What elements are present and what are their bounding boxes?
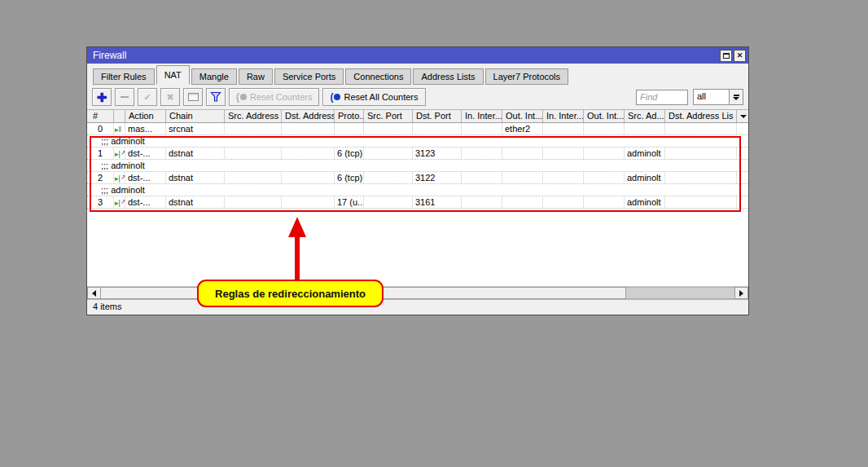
column-header[interactable]: Action <box>125 110 166 122</box>
table-cell: 17 (u... <box>335 196 364 208</box>
reset-all-counters-button[interactable]: ( Reset All Counters <box>322 88 425 106</box>
table-cell <box>462 172 502 183</box>
titlebar[interactable]: Firewall ✕ <box>87 47 748 64</box>
column-header[interactable]: Out. Int... <box>584 110 625 122</box>
table-cell: adminolt <box>625 148 665 159</box>
tab-nat[interactable]: NAT <box>156 65 190 85</box>
table-cell: dstnat <box>166 172 225 183</box>
dst-nat-icon: ▸|↗ <box>114 172 125 183</box>
nat-table-body: 0▸‖mas...srcnatether2;;; adminolt1▸|↗dst… <box>87 123 748 286</box>
table-cell: 3161 <box>413 196 462 208</box>
table-cell <box>462 196 502 208</box>
tab-service-ports[interactable]: Service Ports <box>274 68 344 85</box>
reset-all-icon: ( <box>330 91 340 103</box>
table-cell: srcnat <box>166 123 225 134</box>
column-header[interactable]: In. Inter... <box>462 110 502 122</box>
nat-comment-row[interactable]: ;;; adminolt <box>87 135 748 148</box>
close-button[interactable]: ✕ <box>734 50 746 62</box>
column-header[interactable]: # <box>87 110 114 122</box>
reset-icon: ( <box>236 91 247 103</box>
table-cell <box>335 123 364 134</box>
table-cell <box>543 148 584 159</box>
maximize-button[interactable] <box>720 50 732 62</box>
dropdown-bar-icon <box>734 95 739 96</box>
table-cell <box>584 148 625 159</box>
masquerade-icon: ▸‖ <box>114 123 125 134</box>
table-cell <box>584 123 625 134</box>
enable-button[interactable]: ✔ <box>138 88 157 106</box>
tab-mangle[interactable]: Mangle <box>191 68 237 85</box>
horizontal-scrollbar[interactable] <box>87 286 748 299</box>
reset-counters-label: Reset Counters <box>250 92 312 102</box>
remove-button[interactable] <box>115 88 134 106</box>
nat-comment-row[interactable]: ;;; adminolt <box>87 184 748 196</box>
table-cell <box>225 172 282 183</box>
column-header[interactable]: Out. Int... <box>502 110 543 122</box>
column-header[interactable]: Dst. Port <box>413 110 462 122</box>
table-cell: 6 (tcp) <box>335 172 364 183</box>
comment-icon <box>188 93 199 101</box>
column-header[interactable]: Src. Port <box>364 110 413 122</box>
column-header[interactable]: Dst. Address <box>282 110 335 122</box>
table-cell: 3122 <box>413 172 462 183</box>
dropdown-button[interactable] <box>730 89 743 105</box>
tab-address-lists[interactable]: Address Lists <box>413 68 483 85</box>
nat-rule-row[interactable]: 3▸|↗dst-...dstnat17 (u...3161adminolt <box>87 196 748 209</box>
scroll-right-icon <box>739 290 743 297</box>
filter-dropdown[interactable]: all <box>693 89 743 105</box>
reset-counters-button[interactable]: ( Reset Counters <box>229 88 319 106</box>
nat-rule-row[interactable]: 1▸|↗dst-...dstnat6 (tcp)3123adminolt <box>87 148 748 160</box>
table-cell <box>462 123 502 134</box>
nat-rule-row[interactable]: 0▸‖mas...srcnatether2 <box>87 123 748 135</box>
column-header[interactable]: Src. Address <box>225 110 282 122</box>
table-cell <box>665 196 737 208</box>
table-cell <box>282 196 335 208</box>
dst-nat-icon: ▸|↗ <box>114 196 125 208</box>
table-cell <box>225 196 282 208</box>
add-button[interactable]: ✚ <box>92 88 112 106</box>
table-cell: dst-... <box>125 148 166 159</box>
column-header[interactable]: Src. Ad... <box>625 110 665 122</box>
maximize-icon <box>723 53 730 59</box>
table-cell <box>364 123 413 134</box>
table-cell <box>364 196 413 208</box>
filter-button[interactable] <box>206 88 226 106</box>
firewall-window: Firewall ✕ Filter Rules NAT Mangle Raw S… <box>86 46 749 315</box>
column-header[interactable]: In. Inter... <box>543 110 584 122</box>
reset-all-counters-label: Reset All Counters <box>344 92 418 102</box>
table-cell <box>282 123 335 134</box>
scroll-left-button[interactable] <box>87 287 101 299</box>
column-header[interactable]: Dst. Address Lis <box>665 110 737 122</box>
column-header[interactable]: Proto... <box>335 110 364 122</box>
table-cell: dst-... <box>125 172 166 183</box>
table-cell: dstnat <box>166 148 225 159</box>
table-cell <box>502 148 543 159</box>
table-cell: dst-... <box>125 196 166 208</box>
comment-button[interactable] <box>183 88 203 106</box>
toolbar: ✚ ✔ ✖ ( Reset Counters ( Reset All Count… <box>87 85 748 109</box>
dst-nat-icon: ▸|↗ <box>114 148 125 159</box>
tab-filter-rules[interactable]: Filter Rules <box>93 68 155 85</box>
table-cell: 6 (tcp) <box>335 148 364 159</box>
tab-raw[interactable]: Raw <box>239 68 273 85</box>
close-icon: ✕ <box>737 52 743 59</box>
nat-rule-row[interactable]: 2▸|↗dst-...dstnat6 (tcp)3122adminolt <box>87 172 748 184</box>
tab-connections[interactable]: Connections <box>345 68 411 85</box>
column-header[interactable]: Chain <box>166 110 225 122</box>
nat-comment-row[interactable]: ;;; adminolt <box>87 160 748 172</box>
disable-button[interactable]: ✖ <box>160 88 180 106</box>
item-count: 4 items <box>93 302 121 311</box>
tab-layer7-protocols[interactable]: Layer7 Protocols <box>485 68 569 85</box>
column-header[interactable] <box>114 110 125 122</box>
scrollbar-track[interactable] <box>626 287 734 299</box>
comment-text: ;;; adminolt <box>101 184 145 196</box>
annotation-callout: Reglas de redireccionamiento <box>197 280 384 307</box>
column-select-button[interactable] <box>738 110 748 122</box>
table-cell <box>462 148 502 159</box>
table-cell: 1 <box>87 148 114 159</box>
annotation-arrow-shaft <box>295 236 300 281</box>
find-input[interactable] <box>636 90 688 105</box>
table-cell <box>665 172 737 183</box>
scroll-right-button[interactable] <box>734 287 748 299</box>
filter-dropdown-value: all <box>693 89 730 105</box>
